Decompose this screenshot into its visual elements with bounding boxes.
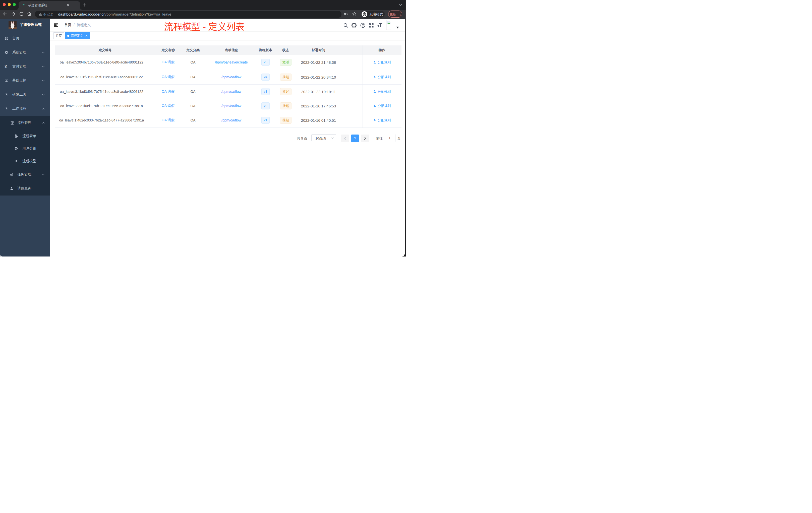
sidebar: 芋道管理系统 [0,19,50,256]
assign-rule-button[interactable]: 分配规则 [373,118,391,122]
tag-close-icon[interactable] [85,34,88,37]
macos-close-button[interactable] [3,3,6,6]
browser-tab[interactable]: 芋道管理系统 [19,1,80,10]
briefcase-icon [4,93,8,97]
url-host: dashboard.yudao.iocoder.cn [58,12,106,16]
chevron-up-icon [42,121,45,124]
sidebar-item-payment[interactable]: ¥ 支付管理 [0,59,50,73]
cell-name-link[interactable]: OA 请假 [162,89,174,93]
col-header-id: 定义编号 [55,48,156,53]
main-area: 首页/流程定义 流程模型 - 定义列表 [49,19,406,256]
password-key-icon[interactable] [344,11,348,16]
status-badge: 激活 [280,59,291,66]
cell-category: OA [181,90,205,94]
url-path: /bpm/manager/definition?key=oa_leave [106,12,171,16]
cell-form-link[interactable]: /bpm/oa/leave/create [215,60,248,64]
home-icon[interactable] [27,11,32,16]
sidebar-item-leave-query[interactable]: 请假查询 [0,181,50,195]
version-badge: v5 [261,59,270,66]
assign-rule-button[interactable]: 分配规则 [373,89,391,94]
sidebar-item-user-group[interactable]: 用户分组 [0,142,50,155]
macos-minimize-button[interactable] [8,3,11,6]
browser-menu-icon[interactable] [400,12,401,16]
prev-page-button[interactable] [341,134,349,142]
status-badge: 挂起 [280,117,291,124]
cell-id: oa_leave:3:1fad3d93-7b75-11ec-a3c8-acde4… [55,90,156,94]
security-warning-icon[interactable] [39,12,42,16]
cell-time: 2022-01-22 21:48:38 [298,60,339,64]
security-label[interactable]: 不安全 [43,12,54,17]
sidebar-item-label: 任务管理 [17,172,31,177]
version-badge: v1 [261,117,270,124]
sidebar-toggle-icon[interactable] [54,23,58,27]
tag-current[interactable]: 流程定义 [65,32,90,39]
font-size-icon[interactable] [377,23,382,28]
sidebar-item-devtools[interactable]: 研发工具 [0,88,50,102]
address-bar[interactable]: 不安全 dashboard.yudao.iocoder.cn/bpm/manag… [35,11,342,18]
cell-name-link[interactable]: OA 请假 [162,104,174,108]
sidebar-item-process-mgmt[interactable]: 流程管理 [0,116,50,130]
macos-zoom-button[interactable] [13,3,16,6]
cell-id: oa_leave:2:3c1f0ef1-76b1-11ec-9c66-a2380… [55,104,156,108]
sidebar-item-infra[interactable]: 基础设施 [0,73,50,88]
page-size-select[interactable]: 10条/页 [311,134,337,141]
page-content: 定义编号 定义名称 定义分类 表单信息 流程版本 状态 部署时间 操作 oa_l… [49,40,406,256]
url-text[interactable]: dashboard.yudao.iocoder.cn/bpm/manager/d… [58,12,172,16]
sidebar-item-workflow[interactable]: 工作流程 [0,102,50,116]
caret-down-icon[interactable] [396,27,399,29]
cell-name-link[interactable]: OA 请假 [162,75,174,79]
tab-close-icon[interactable] [66,3,69,6]
breadcrumb-home[interactable]: 首页 [64,23,71,27]
annotation-text: 流程模型 - 定义列表 [164,21,244,33]
cell-form-link[interactable]: /bpm/oa/flow [222,118,241,122]
cell-form-link[interactable]: /bpm/oa/flow [222,104,241,108]
new-tab-button[interactable] [83,3,87,7]
cell-time: 2022-01-16 17:46:53 [298,104,339,108]
tag-home[interactable]: 首页 [54,32,64,39]
sidebar-item-home[interactable]: 首页 [0,31,50,46]
col-header-form: 表单信息 [205,48,258,53]
window-right-edge [405,19,406,256]
tab-search-chevron-icon[interactable] [399,4,402,6]
col-header-time: 部署时间 [298,48,339,53]
search-icon[interactable] [343,23,348,28]
back-icon[interactable] [2,11,7,16]
assign-rule-label: 分配规则 [378,104,391,108]
cell-time: 2022-01-22 20:34:10 [298,75,339,79]
cell-name-link[interactable]: OA 请假 [162,60,174,64]
sidebar-item-label: 流程模型 [22,159,36,163]
cell-form-link[interactable]: /bpm/oa/flow [222,75,241,79]
breadcrumb-current: 流程定义 [77,23,91,27]
logo-avatar [8,21,17,29]
site-favicon [22,3,26,6]
sidebar-item-system[interactable]: 系统管理 [0,46,50,59]
update-button[interactable]: 更新 [388,10,403,18]
cell-id: oa_leave:1:482ec033-762a-11ec-8477-a2380… [55,118,156,122]
briefcase-icon [4,107,8,111]
sidebar-item-task-mgmt[interactable]: 任务管理 [0,168,50,181]
current-page-button[interactable]: 1 [351,134,359,142]
goto-page-input[interactable]: 1 [384,134,396,142]
fixed-column-divider [362,46,363,128]
next-page-button[interactable] [361,134,369,142]
sidebar-item-process-model[interactable]: 流程模型 [0,155,50,168]
chevron-down-icon [42,79,45,82]
forward-icon[interactable] [11,11,16,16]
sidebar-item-process-form[interactable]: 流程表单 [0,130,50,142]
assign-rule-button[interactable]: 分配规则 [373,60,391,64]
window-corner-bottom-left [0,254,2,256]
cell-form-link[interactable]: /bpm/oa/flow [222,90,241,94]
question-icon[interactable] [360,23,365,28]
github-icon[interactable] [351,23,356,28]
pagination: 共 5 条 10条/页 1 前往 1 页 [49,134,402,142]
tag-active-dot [67,35,69,37]
reload-icon[interactable] [19,11,24,16]
cell-name-link[interactable]: OA 请假 [162,118,174,122]
fullscreen-icon[interactable] [369,23,374,28]
assign-rule-button[interactable]: 分配规则 [373,75,391,79]
avatar[interactable] [386,20,391,30]
bookmark-star-icon[interactable] [352,11,356,16]
sidebar-item-label: 首页 [12,36,19,41]
assign-rule-button[interactable]: 分配规则 [373,104,391,108]
sidebar-logo[interactable]: 芋道管理系统 [0,19,50,31]
